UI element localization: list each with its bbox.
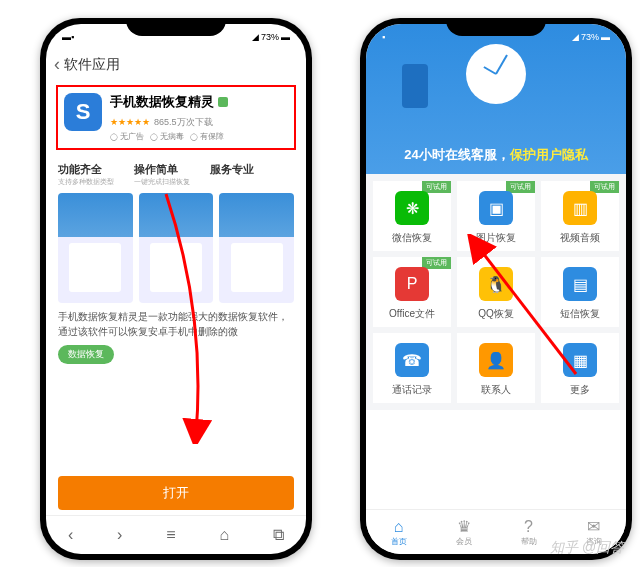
battery-percent: 73% xyxy=(261,32,279,42)
app-icon: S xyxy=(64,93,102,131)
feature-label: 微信恢复 xyxy=(377,231,447,245)
app-name: 手机数据恢复精灵 xyxy=(110,93,214,111)
nav-tabs-icon[interactable]: ⧉ xyxy=(273,526,284,544)
app-description: 手机数据恢复精灵是一款功能强大的数据恢复软件， 通过该软件可以恢复安卓手机中删除… xyxy=(46,309,306,339)
hero-banner: ▪ ◢73%▬ 24小时在线客服，保护用户隐私 xyxy=(366,24,626,174)
wifi-icon: ◢ xyxy=(572,32,579,42)
shield-icon xyxy=(218,97,228,107)
wifi-icon: ◢ xyxy=(252,32,259,42)
signal-icon: ▪ xyxy=(382,32,385,42)
feature-icon: ▥ xyxy=(563,191,597,225)
screenshots[interactable] xyxy=(46,187,306,309)
download-count: 865.5万次下载 xyxy=(154,117,213,127)
tags: 数据恢复 xyxy=(46,339,306,370)
nav-label: 首页 xyxy=(391,537,407,546)
nav-label: 会员 xyxy=(456,537,472,546)
phone-illustration xyxy=(402,64,428,108)
app-info: 手机数据恢复精灵 ★★★★★865.5万次下载 无广告 无病毒 有保障 xyxy=(110,93,288,142)
open-button[interactable]: 打开 xyxy=(58,476,294,510)
battery-percent: 73% xyxy=(581,32,599,42)
nav-icon: ✉ xyxy=(586,517,602,536)
browser-navbar: ‹ › ≡ ⌂ ⧉ xyxy=(46,515,306,554)
grid-cell-2[interactable]: 可试用▥视频音频 xyxy=(541,181,619,251)
nav-item-0[interactable]: ⌂首页 xyxy=(391,518,407,547)
battery-icon: ▬ xyxy=(281,32,290,42)
screenshot-2[interactable] xyxy=(139,193,214,303)
nav-icon: ⌂ xyxy=(391,518,407,536)
left-screen: ▬▪ ◢73%▬ ‹ 软件应用 S 手机数据恢复精灵 ★★★★★865.5万次下… xyxy=(46,24,306,554)
nav-forward-icon[interactable]: › xyxy=(117,526,122,544)
battery-icon: ▬ xyxy=(601,32,610,42)
feature-icon: P xyxy=(395,267,429,301)
feature-label: Office文件 xyxy=(377,307,447,321)
tab-features[interactable]: 功能齐全支持多种数据类型 xyxy=(58,162,114,187)
notch xyxy=(446,18,546,36)
nav-icon: ? xyxy=(521,518,537,536)
app-card-highlighted[interactable]: S 手机数据恢复精灵 ★★★★★865.5万次下载 无广告 无病毒 有保障 xyxy=(56,85,296,150)
notch xyxy=(126,18,226,36)
header-title: 软件应用 xyxy=(64,56,120,74)
badge-novirus: 无病毒 xyxy=(150,131,184,142)
feature-icon: ▤ xyxy=(563,267,597,301)
feature-label: 通话记录 xyxy=(377,383,447,397)
tab-easy[interactable]: 操作简单一键完成扫描恢复 xyxy=(134,162,190,187)
nav-item-2[interactable]: ?帮助 xyxy=(521,518,537,547)
feature-label: 更多 xyxy=(545,383,615,397)
feature-label: 短信恢复 xyxy=(545,307,615,321)
nav-home-icon[interactable]: ⌂ xyxy=(220,526,230,544)
grid-cell-4[interactable]: 🐧QQ恢复 xyxy=(457,257,535,327)
badge-guarantee: 有保障 xyxy=(190,131,224,142)
grid-cell-7[interactable]: 👤联系人 xyxy=(457,333,535,403)
tab-service[interactable]: 服务专业 xyxy=(210,162,254,187)
nav-icon: ♛ xyxy=(456,517,472,536)
nav-item-1[interactable]: ♛会员 xyxy=(456,517,472,547)
rating-stars: ★★★★★ xyxy=(110,117,150,127)
feature-icon: ☎ xyxy=(395,343,429,377)
right-screen: ▪ ◢73%▬ 24小时在线客服，保护用户隐私 可试用❋微信恢复可试用▣图片恢复… xyxy=(366,24,626,554)
grid-cell-3[interactable]: 可试用POffice文件 xyxy=(373,257,451,327)
feature-label: 视频音频 xyxy=(545,231,615,245)
grid-cell-1[interactable]: 可试用▣图片恢复 xyxy=(457,181,535,251)
grid-cell-0[interactable]: 可试用❋微信恢复 xyxy=(373,181,451,251)
grid-cell-5[interactable]: ▤短信恢复 xyxy=(541,257,619,327)
signal-icon: ▬▪ xyxy=(62,32,74,42)
clock-icon xyxy=(466,44,526,104)
feature-icon: 🐧 xyxy=(479,267,513,301)
nav-menu-icon[interactable]: ≡ xyxy=(166,526,175,544)
screenshot-3[interactable] xyxy=(219,193,294,303)
feature-icon: ▦ xyxy=(563,343,597,377)
badge-noads: 无广告 xyxy=(110,131,144,142)
nav-label: 帮助 xyxy=(521,537,537,546)
feature-label: 图片恢复 xyxy=(461,231,531,245)
feature-icon: ▣ xyxy=(479,191,513,225)
grid-cell-8[interactable]: ▦更多 xyxy=(541,333,619,403)
nav-back-icon[interactable]: ‹ xyxy=(68,526,73,544)
tag-recovery[interactable]: 数据恢复 xyxy=(58,345,114,364)
feature-icon: ❋ xyxy=(395,191,429,225)
page-header: ‹ 软件应用 xyxy=(46,48,306,81)
hero-text: 24小时在线客服，保护用户隐私 xyxy=(366,146,626,164)
feature-label: QQ恢复 xyxy=(461,307,531,321)
grid-cell-6[interactable]: ☎通话记录 xyxy=(373,333,451,403)
feature-tabs: 功能齐全支持多种数据类型 操作简单一键完成扫描恢复 服务专业 xyxy=(46,154,306,187)
feature-icon: 👤 xyxy=(479,343,513,377)
right-phone: ▪ ◢73%▬ 24小时在线客服，保护用户隐私 可试用❋微信恢复可试用▣图片恢复… xyxy=(360,18,632,560)
screenshot-1[interactable] xyxy=(58,193,133,303)
feature-label: 联系人 xyxy=(461,383,531,397)
back-icon[interactable]: ‹ xyxy=(54,54,60,75)
feature-grid: 可试用❋微信恢复可试用▣图片恢复可试用▥视频音频可试用POffice文件🐧QQ恢… xyxy=(366,174,626,410)
watermark: 知乎 @回答 xyxy=(550,539,624,557)
left-phone: ▬▪ ◢73%▬ ‹ 软件应用 S 手机数据恢复精灵 ★★★★★865.5万次下… xyxy=(40,18,312,560)
